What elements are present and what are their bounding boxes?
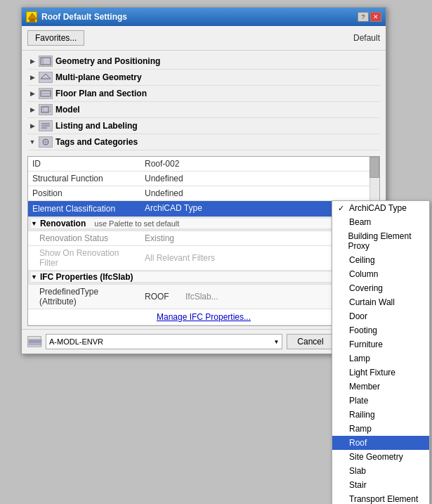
dropdown-item-covering[interactable]: Covering — [332, 281, 429, 295]
arrow-floorplan: ▶ — [29, 90, 36, 97]
section-floorplan[interactable]: ▶ Floor Plan and Section — [27, 86, 380, 102]
dropdown-item-building-element-proxy[interactable]: Building Element Proxy — [332, 229, 429, 253]
ifc-predefined-label: PredefinedType (Attribute) — [28, 285, 140, 309]
section-geometry[interactable]: ▶ Geometry and Positioning — [27, 53, 380, 70]
ifc-header-row: ▼ IFC Properties (IfcSlab) — [28, 271, 379, 285]
dropdown-item-beam[interactable]: Beam — [332, 215, 429, 229]
prop-name-position: Position — [28, 186, 140, 201]
check-archicad-type: ✓ — [338, 204, 346, 213]
dropdown-item-ramp[interactable]: Ramp — [332, 422, 429, 436]
prop-value-structural: Undefined — [140, 172, 379, 186]
section-geometry-label: Geometry and Positioning — [55, 56, 160, 66]
prop-value-position: Undefined — [140, 186, 379, 201]
icon-multiplane — [39, 72, 53, 83]
toolbar-row: Favorites... Default — [22, 26, 386, 51]
section-listing-label: Listing and Labeling — [55, 121, 138, 131]
svg-marker-0 — [28, 13, 37, 19]
ifc-label: IFC Properties (IfcSlab) — [40, 272, 133, 282]
scrollbar-thumb[interactable] — [369, 157, 379, 178]
section-model[interactable]: ▶ Model — [27, 102, 380, 118]
dropdown-item-column[interactable]: Column — [332, 267, 429, 281]
renovation-status-label: Renovation Status — [28, 231, 140, 246]
section-tags-label: Tags and Categories — [55, 137, 138, 147]
prop-row-classification[interactable]: Element Classification ArchiCAD Type ▼ — [28, 201, 379, 217]
prop-name-classification: Element Classification — [28, 201, 140, 217]
ifc-predefined-suffix: IfcSlab... — [185, 292, 218, 302]
manage-ifc-link[interactable]: Manage IFC Properties... — [157, 312, 251, 322]
section-multiplane[interactable]: ▶ Multi-plane Geometry — [27, 70, 380, 86]
title-icon — [26, 11, 37, 22]
dropdown-item-roof[interactable]: Roof ↗ — [332, 436, 429, 450]
renovation-filter-row: Show On Renovation Filter All Relevant F… — [28, 246, 379, 271]
manage-ifc-row[interactable]: Manage IFC Properties... — [28, 309, 379, 325]
section-multiplane-label: Multi-plane Geometry — [55, 72, 142, 82]
close-button[interactable]: ✕ — [370, 12, 381, 22]
prop-value-id: Roof-002 — [140, 157, 379, 172]
dropdown-item-furniture[interactable]: Furniture — [332, 337, 429, 351]
renovation-status-row: Renovation Status Existing ⋯ — [28, 231, 379, 246]
dropdown-item-plate[interactable]: Plate — [332, 394, 429, 408]
section-tags[interactable]: ▼ Tags and Categories — [27, 134, 380, 150]
dropdown-item-site-geometry[interactable]: Site Geometry — [332, 450, 429, 464]
svg-rect-2 — [41, 58, 51, 65]
arrow-listing: ▶ — [29, 122, 36, 129]
svg-rect-15 — [29, 340, 41, 342]
prop-row-position: Position Undefined — [28, 186, 379, 201]
ifc-predefined-row: PredefinedType (Attribute) ROOF IfcSlab.… — [28, 285, 379, 309]
layer-value: A-MODL-ENVR — [49, 337, 103, 346]
properties-area: ID Roof-002 Structural Function Undefine… — [27, 156, 380, 326]
renovation-default-value: use Palette to set default — [94, 219, 179, 228]
title-bar: Roof Default Settings ? ✕ — [22, 8, 386, 26]
dropdown-item-archicad-type[interactable]: ✓ ArchiCAD Type — [332, 201, 429, 215]
prop-row-id: ID Roof-002 — [28, 157, 379, 172]
svg-marker-4 — [41, 74, 51, 79]
cancel-button[interactable]: Cancel — [287, 334, 334, 349]
dropdown-item-door[interactable]: Door — [332, 309, 429, 323]
prop-row-structural: Structural Function Undefined — [28, 172, 379, 186]
svg-rect-1 — [30, 19, 35, 22]
arrow-tags: ▼ — [29, 138, 36, 146]
dropdown-item-stair[interactable]: Stair — [332, 478, 429, 492]
dropdown-item-curtain-wall[interactable]: Curtain Wall — [332, 295, 429, 309]
favorites-button[interactable]: Favorites... — [27, 30, 84, 46]
arrow-renovation: ▼ — [31, 220, 37, 227]
prop-name-structural: Structural Function — [28, 172, 140, 186]
icon-tags — [39, 136, 53, 148]
layer-icon — [27, 336, 41, 347]
dropdown-item-lamp[interactable]: Lamp — [332, 351, 429, 366]
layer-dropdown-arrow: ▼ — [273, 339, 279, 345]
arrow-model: ▶ — [29, 106, 36, 113]
section-floorplan-label: Floor Plan and Section — [55, 89, 147, 98]
dropdown-item-slab[interactable]: Slab — [332, 464, 429, 478]
icon-floorplan — [39, 88, 53, 99]
renovation-label: Renovation — [40, 219, 86, 228]
arrow-ifc: ▼ — [31, 273, 37, 280]
icon-listing — [39, 120, 53, 131]
renovation-filter-label: Show On Renovation Filter — [28, 246, 140, 271]
classification-dropdown: ✓ ArchiCAD Type Beam Building Element Pr… — [332, 200, 430, 504]
properties-table: ID Roof-002 Structural Function Undefine… — [28, 157, 379, 325]
sections-area: ▶ Geometry and Positioning ▶ Multi-plane… — [22, 51, 386, 153]
icon-model — [39, 104, 53, 115]
dropdown-item-light-fixture[interactable]: Light Fixture — [332, 366, 429, 380]
icon-geometry — [39, 56, 53, 67]
arrow-geometry: ▶ — [29, 58, 36, 65]
default-label: Default — [353, 33, 380, 43]
dialog-title: Roof Default Settings — [41, 12, 127, 22]
dropdown-item-ceiling[interactable]: Ceiling — [332, 253, 429, 267]
section-model-label: Model — [55, 105, 80, 115]
dropdown-item-transport-element[interactable]: Transport Element — [332, 492, 429, 504]
layer-dropdown[interactable]: A-MODL-ENVR ▼ — [46, 334, 282, 349]
renovation-header-row: ▼ Renovation use Palette to set default — [28, 217, 379, 231]
svg-rect-16 — [29, 342, 41, 345]
dropdown-item-footing[interactable]: Footing — [332, 323, 429, 337]
dropdown-item-railing[interactable]: Railing — [332, 408, 429, 422]
dropdown-item-member[interactable]: Member — [332, 380, 429, 394]
help-button[interactable]: ? — [358, 12, 369, 22]
arrow-multiplane: ▶ — [29, 74, 36, 81]
section-listing[interactable]: ▶ Listing and Labeling — [27, 118, 380, 134]
prop-name-id: ID — [28, 157, 140, 172]
